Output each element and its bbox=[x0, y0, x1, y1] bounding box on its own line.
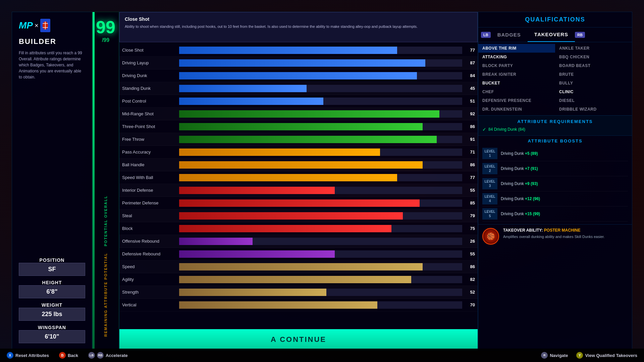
table-row[interactable]: Interior Defense55 bbox=[119, 184, 478, 197]
boost-plus: +9 (93) bbox=[525, 181, 538, 186]
position-section: POSITION SF bbox=[19, 257, 85, 276]
attr-bar-container bbox=[179, 250, 462, 258]
overall-panel: 99 /99 POTENTIAL OVERALL REMAINING ATTRI… bbox=[92, 12, 119, 350]
table-row[interactable]: Mid-Range Shot92 bbox=[119, 108, 478, 120]
lb-button[interactable]: LB bbox=[481, 32, 491, 38]
attr-bar-container bbox=[179, 199, 462, 207]
attr-bar bbox=[179, 212, 403, 220]
attr-bar-container bbox=[179, 85, 462, 92]
attr-bar-container bbox=[179, 212, 462, 220]
overall-max: /99 bbox=[102, 37, 109, 43]
attr-name: Free Throw bbox=[122, 137, 179, 142]
green-bar-decoration bbox=[93, 12, 95, 350]
table-row[interactable]: Speed With Ball77 bbox=[119, 171, 478, 184]
boost-text: Driving Dunk +5 (89) bbox=[501, 151, 538, 156]
table-row[interactable]: Agility82 bbox=[119, 273, 478, 286]
attr-requirements: ATTRIBUTE REQUIREMENTS ✓ 84 Driving Dunk… bbox=[478, 115, 632, 135]
table-row[interactable]: Post Control51 bbox=[119, 95, 478, 108]
table-row[interactable]: Ball Handle86 bbox=[119, 159, 478, 171]
attr-value: 87 bbox=[465, 60, 475, 65]
table-row[interactable]: Standing Dunk45 bbox=[119, 82, 478, 95]
attr-bar-container bbox=[179, 148, 462, 156]
table-row[interactable]: Close Shot77 bbox=[119, 44, 478, 57]
table-row[interactable]: Pass Accuracy71 bbox=[119, 146, 478, 159]
table-row[interactable]: Driving Dunk84 bbox=[119, 69, 478, 82]
attr-bar bbox=[179, 136, 437, 143]
attr-bar bbox=[179, 72, 417, 79]
table-row[interactable]: Defensive Rebound55 bbox=[119, 248, 478, 260]
table-row[interactable]: Offensive Rebound26 bbox=[119, 235, 478, 248]
accelerate-label: Accelerate bbox=[106, 353, 128, 358]
list-item[interactable]: DEFENSIVE PRESENCE bbox=[478, 96, 555, 105]
list-item[interactable]: ATTACKING bbox=[478, 53, 555, 61]
wingspan-label: WINGSPAN bbox=[19, 325, 85, 330]
table-row[interactable]: Free Throw91 bbox=[119, 133, 478, 146]
tooltip-description: Ability to shoot when standing still, in… bbox=[125, 24, 472, 29]
attr-value: 91 bbox=[465, 137, 475, 142]
attr-boosts-title: ATTRIBUTE BOOSTS bbox=[482, 138, 628, 143]
attr-bar-container bbox=[179, 263, 462, 270]
attr-bar bbox=[179, 225, 391, 232]
attr-name: Standing Dunk bbox=[122, 86, 179, 91]
boost-text: Driving Dunk +12 (96) bbox=[501, 196, 540, 201]
rb-button[interactable]: RB bbox=[575, 32, 585, 38]
takeover-ball-icon: 🏀 bbox=[487, 232, 495, 240]
list-item[interactable]: DIESEL bbox=[555, 96, 632, 105]
accelerate-btn[interactable]: LB RB Accelerate bbox=[88, 352, 128, 359]
attr-name: Pass Accuracy bbox=[122, 149, 179, 155]
attr-bar-container bbox=[179, 238, 462, 245]
wingspan-section: WINGSPAN 6'10" bbox=[19, 325, 85, 343]
takeover-icon: 🏀 bbox=[482, 228, 499, 245]
attr-bar bbox=[179, 301, 377, 309]
reset-btn[interactable]: X Reset Attributes bbox=[7, 352, 49, 359]
list-item[interactable]: CHEF bbox=[478, 87, 555, 96]
level-badge: LEVEL 4 bbox=[482, 193, 497, 204]
list-item[interactable]: ANKLE TAKER bbox=[555, 44, 632, 53]
attr-value: 55 bbox=[465, 188, 475, 193]
table-row[interactable]: Steal79 bbox=[119, 209, 478, 222]
rb-bottom-icon: RB bbox=[97, 352, 104, 359]
attr-value: 71 bbox=[465, 149, 475, 155]
table-row[interactable]: Vertical70 bbox=[119, 299, 478, 311]
table-row[interactable]: Strength52 bbox=[119, 286, 478, 299]
takeover-right-col: ANKLE TAKERBBQ CHICKENBOARD BEASTBRUTEBU… bbox=[555, 42, 632, 115]
list-item[interactable]: BOARD BEAST bbox=[555, 61, 632, 70]
view-qualified-btn[interactable]: Y View Qualified Takeovers bbox=[576, 352, 637, 359]
right-panel: QUALIFICATIONS LB BADGES TAKEOVERS RB AB… bbox=[478, 12, 632, 350]
overall-score: 99 bbox=[96, 17, 115, 37]
table-row[interactable]: Speed86 bbox=[119, 260, 478, 273]
tab-takeovers[interactable]: TAKEOVERS bbox=[528, 27, 575, 42]
tab-badges[interactable]: BADGES bbox=[491, 28, 528, 42]
attributes-list: Close Shot77Driving Layup87Driving Dunk8… bbox=[119, 42, 478, 329]
back-label: Back bbox=[68, 353, 78, 358]
list-item[interactable]: DR. DUNKENSTEIN bbox=[478, 105, 555, 114]
navigate-btn[interactable]: R Navigate bbox=[541, 352, 568, 359]
list-item[interactable]: BUCKET bbox=[478, 79, 555, 87]
list-item[interactable]: BRUTE bbox=[555, 70, 632, 79]
list-item[interactable]: BREAK IGNITER bbox=[478, 70, 555, 79]
boost-plus: +15 (99) bbox=[525, 212, 540, 216]
table-row[interactable]: Block75 bbox=[119, 222, 478, 235]
level-badge: LEVEL 5 bbox=[482, 208, 497, 220]
list-item[interactable]: ABOVE THE RIM bbox=[478, 44, 555, 53]
table-row[interactable]: Three-Point Shot86 bbox=[119, 120, 478, 133]
attr-bar-container bbox=[179, 110, 462, 118]
attr-value: 70 bbox=[465, 302, 475, 307]
attr-req-title: ATTRIBUTE REQUIREMENTS bbox=[482, 119, 628, 124]
list-item[interactable]: BLOCK PARTY bbox=[478, 61, 555, 70]
list-item[interactable]: BULLY bbox=[555, 79, 632, 87]
continue-button[interactable]: A CONTINUE bbox=[119, 329, 478, 350]
back-btn[interactable]: B Back bbox=[59, 352, 78, 359]
qualifications-title: QUALIFICATIONS bbox=[478, 12, 632, 27]
attr-bar-container bbox=[179, 225, 462, 232]
list-item[interactable]: CLINIC bbox=[555, 87, 632, 96]
list-item[interactable]: DRIBBLE WIZARD bbox=[555, 105, 632, 114]
attr-value: 55 bbox=[465, 251, 475, 256]
table-row[interactable]: Driving Layup87 bbox=[119, 57, 478, 69]
nba-logo-icon bbox=[40, 19, 50, 32]
table-row[interactable]: Perimeter Defense85 bbox=[119, 197, 478, 209]
stat-section: POSITION SF HEIGHT 6'8" WEIGHT 225 lbs W… bbox=[19, 257, 85, 343]
list-item[interactable]: BBQ CHICKEN bbox=[555, 53, 632, 61]
attr-value: 77 bbox=[465, 48, 475, 53]
attr-name: Perimeter Defense bbox=[122, 200, 179, 205]
